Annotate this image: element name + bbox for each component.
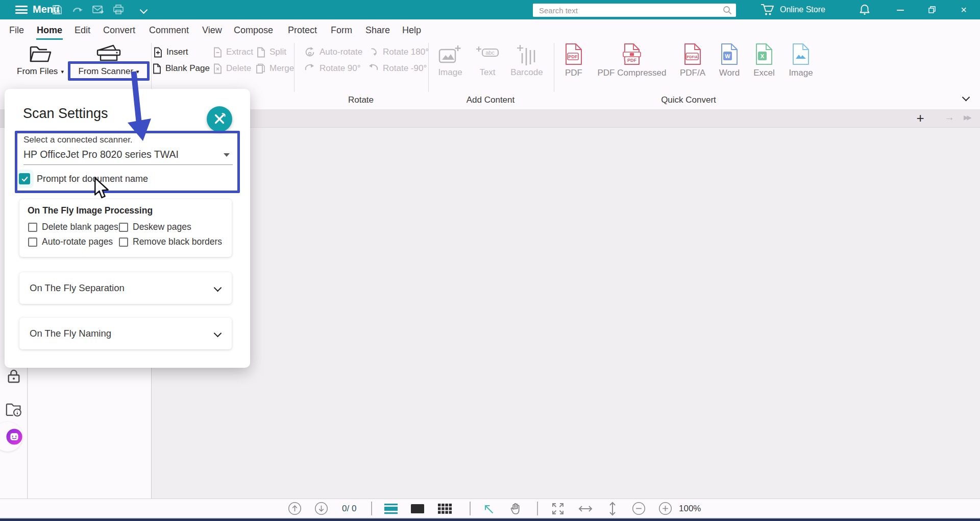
- save-icon[interactable]: [51, 4, 63, 16]
- zoom-out-button[interactable]: [632, 499, 646, 518]
- print-icon[interactable]: [112, 4, 125, 16]
- menu-home[interactable]: Home: [37, 25, 62, 36]
- folder-info-icon[interactable]: [6, 402, 22, 418]
- checkbox-unchecked-icon: [119, 238, 128, 247]
- checkbox-checked-icon: [19, 173, 30, 184]
- page-icon: [153, 63, 161, 74]
- blank-page-button[interactable]: Blank Page: [153, 61, 210, 76]
- pdf-file-icon: PDF: [565, 43, 583, 65]
- split-button: Split: [257, 45, 286, 59]
- scanner-dropdown-value: HP OfficeJet Pro 8020 series TWAI: [23, 149, 179, 160]
- view-grid-button[interactable]: [438, 499, 452, 518]
- fit-width-button[interactable]: [578, 499, 593, 518]
- svg-text:PDF: PDF: [627, 58, 637, 63]
- online-store-button[interactable]: Online Store: [780, 5, 825, 14]
- caret-down-icon: ▾: [136, 68, 139, 75]
- menu-bar: File Home Edit Convert Comment View Comp…: [0, 19, 980, 41]
- svg-text:PDF: PDF: [569, 54, 578, 59]
- tab-scroll-end-icon: ▶▶: [964, 114, 970, 121]
- new-tab-button[interactable]: +: [913, 110, 928, 126]
- hand-tool-button[interactable]: [509, 499, 521, 518]
- folder-icon: [29, 45, 52, 63]
- delete-blank-pages-checkbox[interactable]: Delete blank pages: [28, 222, 118, 232]
- restore-button[interactable]: [922, 0, 942, 19]
- view-single-page-button[interactable]: [410, 499, 425, 518]
- convert-image-button[interactable]: Image: [783, 43, 819, 78]
- menu-convert[interactable]: Convert: [103, 25, 135, 36]
- notification-bell-icon[interactable]: [859, 4, 871, 16]
- from-files-button[interactable]: From Files▾: [15, 45, 66, 77]
- convert-pdfa-button[interactable]: PDF/A PDF/A: [675, 43, 710, 78]
- redo-icon[interactable]: [71, 4, 84, 16]
- menu-protect[interactable]: Protect: [288, 25, 317, 36]
- add-content-group-label: Add Content: [450, 95, 531, 105]
- deskew-pages-checkbox[interactable]: Deskew pages: [119, 222, 191, 232]
- from-scanner-button[interactable]: From Scanner▾: [81, 44, 137, 77]
- zoom-in-button[interactable]: [658, 499, 672, 518]
- dropdown-caret-icon: [224, 153, 230, 157]
- menu-form[interactable]: Form: [331, 25, 352, 36]
- search-icon: [723, 6, 732, 15]
- document-canvas[interactable]: [152, 128, 980, 499]
- menu-file[interactable]: File: [9, 25, 24, 36]
- image-file-icon: [792, 43, 810, 65]
- hamburger-menu-icon[interactable]: [15, 6, 28, 14]
- pdfa-file-icon: PDF/A: [683, 43, 702, 65]
- toolbar-chevron-down-icon[interactable]: [141, 7, 147, 13]
- ribbon-collapse-chevron-icon[interactable]: [963, 94, 970, 101]
- remove-black-borders-checkbox[interactable]: Remove black borders: [119, 236, 222, 247]
- rotate-90-icon: [304, 63, 315, 74]
- status-bar: 0/ 0 100%: [0, 499, 980, 517]
- image-plus-icon: [438, 44, 462, 65]
- word-file-icon: W: [720, 43, 739, 65]
- convert-word-button[interactable]: W Word: [712, 43, 747, 78]
- page-indicator: 0/ 0: [342, 499, 356, 518]
- cart-icon[interactable]: [761, 3, 775, 16]
- chevron-down-icon: [215, 285, 222, 292]
- lock-icon[interactable]: [7, 369, 21, 384]
- scanner-icon: [95, 44, 122, 63]
- view-continuous-button[interactable]: [384, 499, 398, 518]
- zoom-level[interactable]: 100%: [679, 499, 701, 518]
- menu-compose[interactable]: Compose: [234, 25, 273, 36]
- convert-excel-button[interactable]: X Excel: [746, 43, 782, 78]
- chevron-down-icon: [215, 330, 222, 337]
- svg-text:X: X: [761, 53, 765, 59]
- menu-edit[interactable]: Edit: [75, 25, 90, 36]
- from-scanner-label: From Scanner: [78, 66, 133, 77]
- pages-merge-icon: [256, 63, 265, 74]
- naming-accordion[interactable]: On The Fly Naming: [19, 318, 232, 349]
- text-plus-icon: abc: [476, 44, 499, 65]
- checkbox-unchecked-icon: [119, 223, 128, 232]
- close-button[interactable]: ×: [953, 0, 974, 19]
- separation-accordion[interactable]: On The Fly Separation: [19, 272, 232, 304]
- page-down-button[interactable]: [314, 499, 328, 518]
- menu-view[interactable]: View: [202, 25, 222, 36]
- auto-rotate-pages-checkbox[interactable]: Auto-rotate pages: [28, 236, 113, 247]
- page-up-button[interactable]: [288, 499, 302, 518]
- convert-pdf-compressed-button[interactable]: PDF PDF Compressed: [596, 43, 668, 78]
- prompt-document-name-checkbox[interactable]: Prompt for document name: [19, 173, 148, 184]
- svg-text:abc: abc: [485, 50, 495, 56]
- convert-pdf-button[interactable]: PDF PDF: [556, 43, 592, 78]
- bottom-navy-strip: [0, 518, 980, 521]
- auto-rotate-button: Auto-rotate: [304, 45, 362, 59]
- fit-screen-button[interactable]: [551, 499, 565, 518]
- menu-help[interactable]: Help: [402, 25, 421, 36]
- tab-scroll-right-icon: →: [944, 111, 954, 123]
- rotate-180-button: Rotate 180°: [369, 45, 429, 59]
- assistant-avatar[interactable]: [6, 428, 23, 445]
- scanner-dropdown[interactable]: HP OfficeJet Pro 8020 series TWAI: [23, 149, 233, 165]
- fit-height-button[interactable]: [607, 499, 618, 518]
- menu-comment[interactable]: Comment: [149, 25, 189, 36]
- insert-button[interactable]: Insert: [154, 45, 188, 59]
- scanner-tools-button[interactable]: [207, 106, 232, 132]
- select-tool-button[interactable]: [483, 499, 494, 518]
- image-processing-card: On The Fly Image Processing Delete blank…: [19, 199, 232, 257]
- minimize-button[interactable]: [890, 0, 911, 19]
- menu-share[interactable]: Share: [365, 25, 390, 36]
- add-image-button: Image: [432, 44, 468, 78]
- mail-share-icon[interactable]: [92, 4, 104, 16]
- rotate-neg-90-button: Rotate -90°: [368, 61, 427, 76]
- search-input[interactable]: [533, 4, 736, 17]
